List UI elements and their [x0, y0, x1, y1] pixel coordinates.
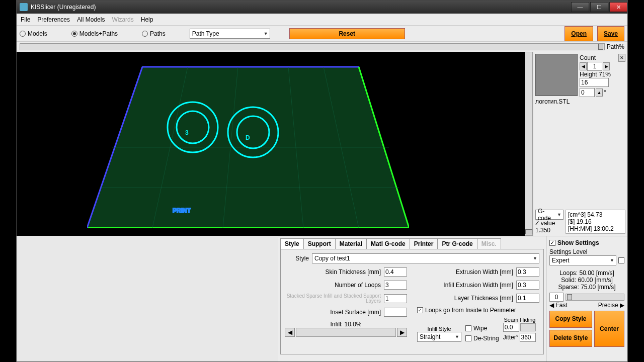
z-slider[interactable] — [525, 52, 533, 236]
reset-button[interactable]: Reset — [289, 28, 405, 39]
seam-slider[interactable] — [520, 323, 536, 331]
tab-matlgcode[interactable]: Matl G-code — [366, 238, 410, 249]
infillstyle-select[interactable]: Straight — [417, 332, 461, 342]
maximize-button[interactable]: ☐ — [590, 2, 608, 12]
zvalue: 1.350 — [535, 227, 564, 234]
layer-input[interactable] — [516, 294, 539, 303]
open-button[interactable]: Open — [565, 26, 593, 41]
count-label: Count — [580, 54, 596, 61]
tab-material[interactable]: Material — [335, 238, 367, 249]
radio-modelspaths[interactable]: Models+Paths — [71, 30, 118, 37]
copy-style-button[interactable]: Copy Style — [549, 311, 592, 328]
menu-help[interactable]: Help — [141, 16, 153, 23]
loops-input[interactable] — [384, 281, 407, 290]
side-panel: Count ✕ ◀ ▶ Height 71% ▲ — [533, 52, 627, 236]
tab-misc: Misc. — [477, 238, 501, 249]
height-label: Height 71% — [580, 71, 625, 78]
gcode-select[interactable]: G-code — [535, 210, 564, 220]
infill-incr[interactable]: ▶ — [397, 328, 407, 337]
infw-input[interactable] — [516, 281, 539, 290]
center-button[interactable]: Center — [594, 311, 624, 347]
infill-decr[interactable]: ◀ — [285, 328, 295, 337]
right-column: ✓Show Settings Settings Level Expert Loo… — [546, 236, 627, 361]
level-select[interactable]: Expert — [549, 255, 616, 265]
count-input[interactable] — [587, 62, 602, 71]
window-title: KISSlicer (Unregistered) — [31, 4, 570, 11]
show-settings-check[interactable]: ✓ — [549, 240, 555, 246]
speed-slider[interactable] — [566, 294, 624, 301]
jitter-input[interactable] — [520, 333, 536, 342]
tab-bar: Style Support Material Matl G-code Print… — [280, 238, 544, 249]
style-label: Style — [285, 255, 312, 262]
stats-box: [cm^3] 54.73 [$] 19.16 [HH:MM] 13:00.2 — [566, 210, 625, 234]
svg-text:D: D — [246, 134, 250, 141]
close-model-button[interactable]: ✕ — [618, 54, 625, 62]
tab-support[interactable]: Support — [303, 238, 336, 249]
angle-up[interactable]: ▲ — [596, 88, 603, 97]
tab-ptrgcode[interactable]: Ptr G-code — [437, 238, 477, 249]
svg-text:PRINT: PRINT — [173, 207, 191, 214]
loopsgo-check[interactable]: ✓ — [417, 307, 423, 313]
path-slider[interactable] — [20, 43, 605, 50]
skin-input[interactable] — [384, 267, 407, 277]
toolbar: Models Models+Paths Paths Path Type Rese… — [17, 26, 627, 42]
save-button[interactable]: Save — [597, 26, 624, 41]
menu-wizards: Wizards — [112, 16, 133, 23]
seam-input[interactable] — [503, 323, 519, 332]
settings-panel: Style Support Material Matl G-code Print… — [278, 236, 546, 361]
menu-file[interactable]: File — [21, 16, 30, 23]
svg-text:3: 3 — [185, 129, 189, 136]
minimize-button[interactable]: — — [571, 2, 589, 12]
extw-input[interactable] — [516, 267, 539, 277]
close-button[interactable]: ✕ — [609, 2, 627, 12]
radio-paths[interactable]: Paths — [142, 30, 166, 37]
titlebar: KISSlicer (Unregistered) — ☐ ✕ — [17, 1, 627, 14]
stacked-input — [384, 294, 407, 303]
menubar: File Preferences All Models Wizards Help — [17, 14, 627, 26]
model-filename: логотип.STL — [535, 98, 625, 105]
inset-input[interactable] — [384, 308, 407, 317]
pathtype-select[interactable]: Path Type — [190, 29, 270, 39]
height-input[interactable] — [580, 78, 609, 87]
model-thumbnail[interactable] — [535, 54, 578, 96]
menu-preferences[interactable]: Preferences — [37, 16, 70, 23]
tab-printer[interactable]: Printer — [410, 238, 438, 249]
count-incr[interactable]: ▶ — [603, 62, 610, 70]
pathpct-label: Path% — [607, 43, 624, 50]
tab-style[interactable]: Style — [280, 238, 304, 249]
app-icon — [20, 3, 28, 11]
destring-check[interactable] — [465, 335, 471, 341]
speed-input[interactable] — [549, 293, 564, 302]
menu-allmodels[interactable]: All Models — [77, 16, 105, 23]
level-check[interactable] — [618, 257, 624, 263]
infill-slider[interactable] — [296, 328, 396, 337]
path-slider-row: Path% — [17, 42, 627, 52]
angle-input[interactable] — [580, 88, 595, 97]
infill-label: Infill: 10.0% — [285, 321, 407, 328]
3d-viewport[interactable]: 3 D PRINT — [17, 52, 525, 236]
count-decr[interactable]: ◀ — [580, 62, 587, 70]
delete-style-button[interactable]: Delete Style — [549, 330, 592, 347]
radio-models[interactable]: Models — [20, 30, 47, 37]
style-select[interactable]: Copy of test1 — [312, 253, 539, 263]
wipe-check[interactable] — [465, 325, 471, 331]
